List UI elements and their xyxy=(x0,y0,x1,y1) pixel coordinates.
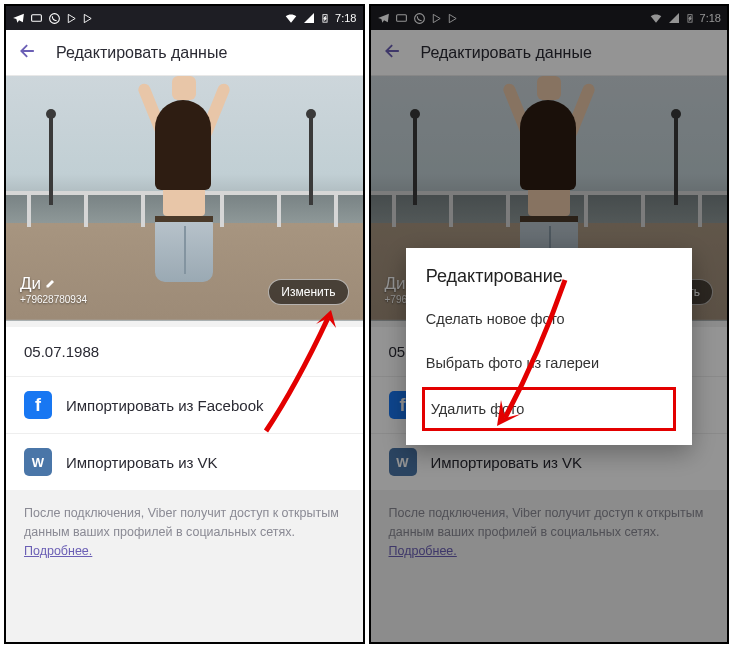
clock: 7:18 xyxy=(335,12,356,24)
import-vk-label: Импортировать из VK xyxy=(66,454,218,471)
name-block[interactable]: Ди +79628780934 xyxy=(20,274,87,305)
app-header: Редактировать данные xyxy=(6,30,363,76)
change-photo-button[interactable]: Изменить xyxy=(268,279,348,305)
profile-photo[interactable]: Ди +79628780934 Изменить xyxy=(6,76,363,321)
viber-icon xyxy=(48,12,61,25)
edit-photo-dialog: Редактирование Сделать новое фото Выбрат… xyxy=(406,248,692,445)
page-title: Редактировать данные xyxy=(56,44,227,62)
import-facebook-row[interactable]: f Импортировать из Facebook xyxy=(6,376,363,433)
statusbar: 7:18 xyxy=(6,6,363,30)
dob-row[interactable]: 05.07.1988 xyxy=(6,327,363,376)
username: Ди xyxy=(20,274,41,294)
wifi-icon xyxy=(284,11,298,25)
signal-icon xyxy=(303,12,315,24)
disclaimer: После подключения, Viber получит доступ … xyxy=(6,490,363,574)
vk-icon: W xyxy=(24,448,52,476)
dialog-option-delete[interactable]: Удалить фото xyxy=(422,387,676,431)
phone-number: +79628780934 xyxy=(20,294,87,305)
telegram-icon xyxy=(12,12,25,25)
play-icon xyxy=(66,13,77,24)
learn-more-link[interactable]: Подробнее. xyxy=(24,544,92,558)
chat-icon xyxy=(30,12,43,25)
phone-right: 7:18 Редактировать данные Ди +7962878093… xyxy=(369,4,730,644)
battery-icon xyxy=(320,11,330,25)
import-vk-row[interactable]: W Импортировать из VK xyxy=(6,433,363,490)
dialog-option-new-photo[interactable]: Сделать новое фото xyxy=(406,297,692,341)
dialog-title: Редактирование xyxy=(406,248,692,297)
dialog-option-gallery[interactable]: Выбрать фото из галереи xyxy=(406,341,692,385)
play-icon xyxy=(82,13,93,24)
phone-left: 7:18 Редактировать данные Ди +7962878093… xyxy=(4,4,365,644)
svg-rect-0 xyxy=(32,14,42,20)
edit-icon xyxy=(45,274,57,294)
import-fb-label: Импортировать из Facebook xyxy=(66,397,263,414)
facebook-icon: f xyxy=(24,391,52,419)
svg-point-1 xyxy=(50,13,60,23)
back-icon[interactable] xyxy=(18,41,38,65)
